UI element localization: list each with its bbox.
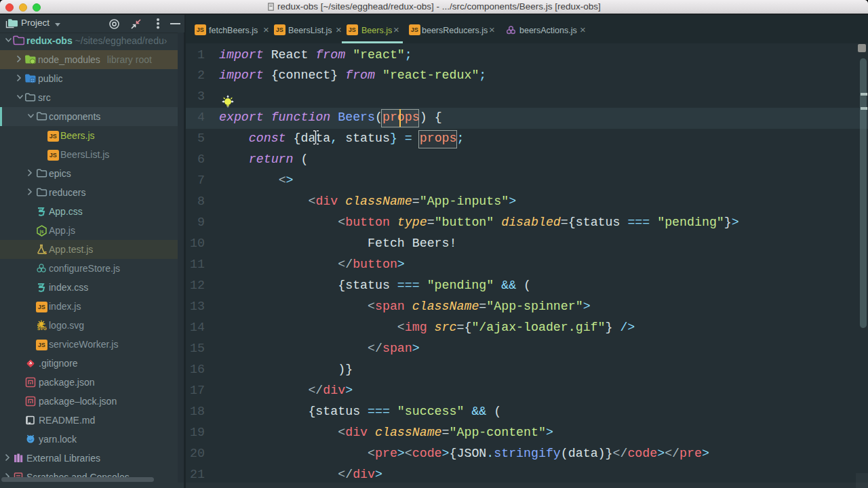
svg-text:SVG: SVG bbox=[37, 326, 47, 331]
svg-text:js: js bbox=[39, 229, 44, 235]
svg-text:s: s bbox=[44, 249, 47, 256]
